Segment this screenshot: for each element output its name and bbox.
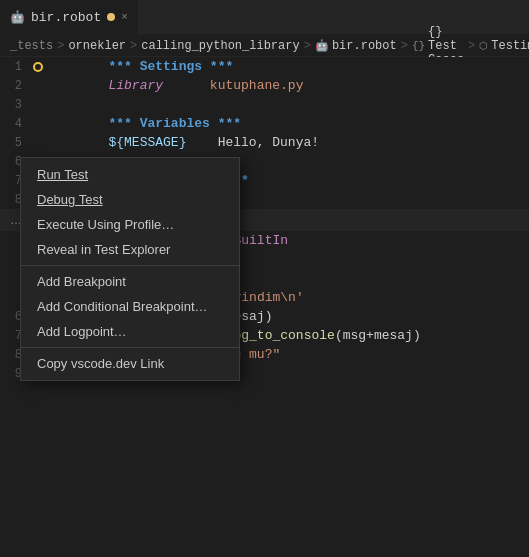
menu-execute-profile[interactable]: Execute Using Profile… xyxy=(21,212,239,237)
line-num-3: 3 xyxy=(0,98,30,112)
tab-close-button[interactable]: × xyxy=(121,11,128,23)
line-num-2: 2 xyxy=(0,79,30,93)
kw-library: Library xyxy=(108,78,163,93)
context-menu: Run Test Debug Test Execute Using Profil… xyxy=(20,157,240,381)
menu-run-test[interactable]: Run Test xyxy=(21,162,239,187)
menu-separator-2 xyxy=(21,347,239,348)
code-line-2: 2 Library kutuphane.py xyxy=(0,76,529,95)
var-message: ${MESSAGE} xyxy=(108,135,186,150)
code-line-5: 5 ${MESSAGE} Hello, Dunya! xyxy=(0,133,529,152)
menu-debug-test[interactable]: Debug Test xyxy=(21,187,239,212)
tab-file-icon: 🤖 xyxy=(10,10,25,25)
tab-modified-dot xyxy=(107,13,115,21)
breakpoint-circle-1 xyxy=(33,62,43,72)
menu-separator-1 xyxy=(21,265,239,266)
menu-add-breakpoint[interactable]: Add Breakpoint xyxy=(21,269,239,294)
library-value: kutuphane.py xyxy=(210,78,304,93)
var-value: Hello, Dunya! xyxy=(218,135,319,150)
line-num-5: 5 xyxy=(0,136,30,150)
menu-copy-vscode-link[interactable]: Copy vscode.dev Link xyxy=(21,351,239,376)
line-num-1: 1 xyxy=(0,60,30,74)
menu-reveal-explorer[interactable]: Reveal in Test Explorer xyxy=(21,237,239,262)
space-5 xyxy=(186,135,217,150)
space-2 xyxy=(163,78,210,93)
gutter-1[interactable] xyxy=(30,62,46,72)
tab-label: bir.robot xyxy=(31,10,101,25)
menu-add-conditional-breakpoint[interactable]: Add Conditional Breakpoint… xyxy=(21,294,239,319)
active-tab[interactable]: 🤖 bir.robot × xyxy=(0,0,139,35)
menu-add-logpoint[interactable]: Add Logpoint… xyxy=(21,319,239,344)
line-num-4: 4 xyxy=(0,117,30,131)
editor-area: 1 *** Settings *** 2 Library kutuphane.p… xyxy=(0,57,529,209)
